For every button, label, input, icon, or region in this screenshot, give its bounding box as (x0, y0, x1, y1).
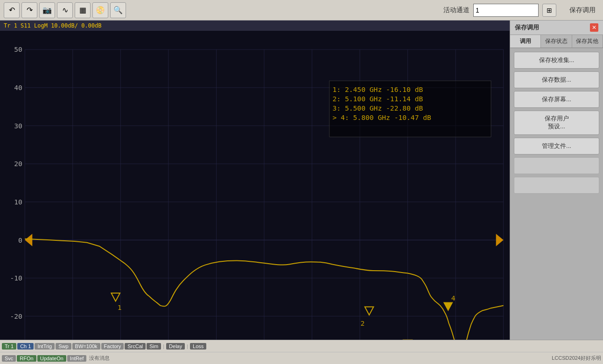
status-bar-2: Svc RFOn UpdateOn IntRef 没有消息 LCCSD2024好… (0, 352, 603, 364)
channel-grid-button[interactable]: ⊞ (542, 4, 556, 17)
svg-text:-10: -10 (10, 274, 22, 282)
status-message: 没有消息 (87, 355, 112, 362)
wave-button[interactable]: ∿ (57, 2, 73, 18)
status-bar-1: Tr 1 Ch 1 IntTrig Swp BW=100k Factory Sr… (0, 340, 603, 352)
main-container: ↶ ↷ 📷 ∿ ▦ 📀 🔍 活动通道 ⊞ 保存调用 Tr 1 S11 LogM … (0, 0, 603, 364)
svg-rect-0 (0, 31, 510, 340)
trace-label: Tr 1 S11 LogM 10.00dB/ 0.00dB (4, 22, 102, 29)
status-tr1[interactable]: Tr 1 (2, 343, 16, 350)
svg-text:2:    5.100  GHz     -11.14 dB: 2: 5.100 GHz -11.14 dB (332, 95, 423, 103)
chart-svg: 50 40 30 20 10 0 -10 -20 -30 -40 -50 (0, 31, 510, 340)
svg-text:10: 10 (14, 198, 22, 206)
active-channel-input[interactable] (473, 4, 539, 17)
status-svc[interactable]: Svc (2, 355, 16, 362)
close-button[interactable]: ✕ (590, 23, 598, 32)
active-channel-label: 活动通道 (443, 6, 470, 14)
right-panel-header: 保存调用 ✕ (510, 21, 603, 35)
display-button[interactable]: ▦ (75, 2, 91, 18)
tab-recall[interactable]: 调用 (510, 35, 541, 48)
status-sep1: | (162, 343, 165, 349)
manage-files-button[interactable]: 管理文件... (514, 138, 599, 154)
save-user-preset-button[interactable]: 保存用户 预设... (514, 111, 599, 135)
status-loss[interactable]: Loss (190, 343, 206, 350)
toolbar: ↶ ↷ 📷 ∿ ▦ 📀 🔍 活动通道 ⊞ 保存调用 (0, 0, 603, 21)
redo-button[interactable]: ↷ (21, 2, 37, 18)
svg-text:0: 0 (18, 236, 22, 244)
right-panel-title-toolbar: 保存调用 (569, 6, 596, 14)
right-panel-tabs: 调用 保存状态 保存其他 (510, 35, 603, 48)
tab-save-other[interactable]: 保存其他 (572, 35, 603, 48)
status-inttrig[interactable]: IntTrig (35, 343, 55, 350)
chart-body[interactable]: 50 40 30 20 10 0 -10 -20 -30 -40 -50 (0, 31, 510, 340)
chart-header: Tr 1 S11 LogM 10.00dB/ 0.00dB (0, 21, 510, 31)
right-panel-buttons: 保存校准集... 保存数据... 保存屏幕... 保存用户 预设... 管理文件… (510, 48, 603, 340)
status-sep2: | (186, 343, 189, 349)
save-cal-button[interactable]: 保存校准集... (514, 52, 599, 69)
svg-text:-20: -20 (10, 312, 22, 320)
undo-button[interactable]: ↶ (4, 2, 20, 18)
memory-button[interactable]: 📀 (92, 2, 108, 18)
status-right: LCCSD2024好好乐明 (552, 355, 601, 362)
svg-text:> 4:   5.800  GHz     -10.47 d: > 4: 5.800 GHz -10.47 dB (332, 113, 431, 121)
save-data-button[interactable]: 保存数据... (514, 71, 599, 88)
right-panel: 保存调用 ✕ 调用 保存状态 保存其他 保存校准集... 保存数据... 保存屏… (510, 21, 603, 340)
marker2-label: 2 (360, 319, 365, 327)
status-rfon[interactable]: RFOn (17, 355, 36, 362)
marker4-label: 4 (451, 294, 456, 302)
camera-button[interactable]: 📷 (39, 2, 55, 18)
status-sim[interactable]: Sim (147, 343, 161, 350)
svg-text:40: 40 (14, 84, 22, 91)
marker1-label: 1 (118, 303, 122, 311)
svg-text:20: 20 (14, 160, 22, 168)
empty-button-2 (514, 177, 599, 194)
zoom-button[interactable]: 🔍 (110, 2, 126, 18)
right-panel-title: 保存调用 (515, 23, 539, 32)
chart-container: Tr 1 S11 LogM 10.00dB/ 0.00dB (0, 21, 510, 340)
status-delay[interactable]: Delay (166, 343, 185, 350)
status-updateon[interactable]: UpdateOn (37, 355, 66, 362)
tab-save-state[interactable]: 保存状态 (541, 35, 572, 48)
status-intref[interactable]: IntRef (67, 355, 86, 362)
svg-text:1:    2.450  GHz     -16.10 dB: 1: 2.450 GHz -16.10 dB (332, 85, 423, 93)
content-area: Tr 1 S11 LogM 10.00dB/ 0.00dB (0, 21, 603, 340)
status-bw[interactable]: BW=100k (72, 343, 100, 350)
svg-text:3:    5.500  GHz     -22.80 dB: 3: 5.500 GHz -22.80 dB (332, 104, 423, 112)
active-channel-section: 活动通道 ⊞ (443, 4, 556, 17)
empty-button-1 (514, 157, 599, 174)
status-factory[interactable]: Factory (101, 343, 124, 350)
svg-text:30: 30 (14, 122, 22, 130)
status-ch1[interactable]: Ch 1 (17, 343, 34, 350)
status-srccal[interactable]: SrcCal (125, 343, 146, 350)
status-swp[interactable]: Swp (56, 343, 71, 350)
save-screen-button[interactable]: 保存屏幕... (514, 91, 599, 108)
svg-text:50: 50 (14, 45, 22, 53)
